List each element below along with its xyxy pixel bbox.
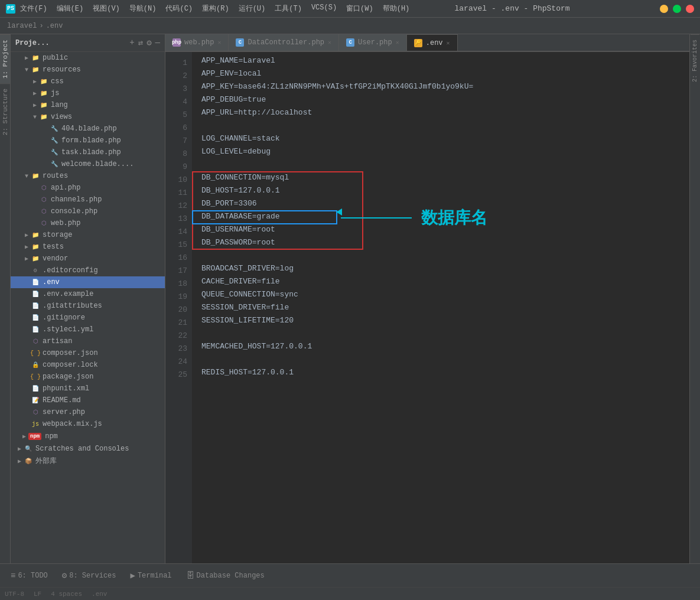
code-line-6 [201,119,680,132]
breadcrumb-file[interactable]: .env [46,22,63,30]
services-button[interactable]: ⚙ 8: Services [56,568,122,583]
tree-item-scratches[interactable]: ▶ 🔍 Scratches and Consoles [11,443,165,455]
tree-item-lang[interactable]: ▶ 📁 lang [11,99,165,111]
tree-item-composerjson[interactable]: { } composer.json [11,347,165,359]
menu-run[interactable]: 运行(U) [239,4,266,14]
arrow-head [336,208,342,216]
tree-item-packagejson[interactable]: { } package.json [11,371,165,383]
close-icon[interactable]: — [155,38,160,48]
code-line-24 [201,353,680,366]
tree-item-serverphp[interactable]: ⬡ server.php [11,406,165,418]
status-indent[interactable]: 4 spaces [51,591,82,598]
tree-item-consolephp[interactable]: ⬡ console.php [11,206,165,217]
status-filetype[interactable]: .env [92,591,107,598]
line-numbers: 12345 678910 1112131415 1617181920 21222… [165,52,192,563]
code-line-23: MEMCACHED_HOST=127.0.0.1 [201,340,680,353]
tree-item-npm[interactable]: ▶ npm npm [11,430,165,443]
tree-item-gitattributes[interactable]: 📄 .gitattributes [11,300,165,312]
tree-item-gitignore[interactable]: 📄 .gitignore [11,312,165,324]
db-changes-label: Database Changes [197,572,265,580]
tree-item-env[interactable]: 📄 .env [11,276,165,288]
tree-item-resources[interactable]: ▼ 📁 resources [11,64,165,76]
tree-item-styleci[interactable]: 📄 .styleci.yml [11,324,165,335]
menu-window[interactable]: 窗口(W) [346,4,373,14]
tab-label-web-php: web.php [184,38,214,47]
tree-item-js[interactable]: ▶ 📁 js [11,87,165,99]
code-line-18: CACHE_DRIVER=file [201,275,680,288]
vtab-structure[interactable]: 2: Structure [0,83,10,140]
tree-item-routes[interactable]: ▼ 📁 routes [11,170,165,182]
settings-icon[interactable]: ⚙ [146,38,151,48]
breadcrumb-project[interactable]: laravel [7,22,37,30]
tab-web-php[interactable]: php web.php ✕ [165,34,229,51]
maximize-button[interactable] [673,5,681,13]
tree-item-envexample[interactable]: 📄 .env.example [11,288,165,300]
tab-user-php[interactable]: C User.php ✕ [339,34,407,51]
tree-item-artisan[interactable]: ⬡ artisan [11,335,165,347]
status-line-sep[interactable]: LF [34,591,41,598]
code-lines[interactable]: APP_NAME=Laravel APP_ENV=local APP_KEY=b… [192,52,689,563]
code-line-7: LOG_CHANNEL=stack [201,132,680,145]
tree-item-readme[interactable]: 📝 README.md [11,394,165,406]
menu-view[interactable]: 视图(V) [93,4,120,14]
vtab-favorites[interactable]: 2: Favorites [691,34,699,87]
code-line-9 [201,158,680,171]
tab-close-datacontroller[interactable]: ✕ [328,39,331,46]
code-line-20: SESSION_DRIVER=file [201,301,680,314]
sidebar-icons[interactable]: + ⇄ ⚙ — [129,38,160,48]
todo-button[interactable]: ≡ 6: TODO [5,569,54,583]
tree-item-public[interactable]: ▶ 📁 public [11,52,165,64]
sync-icon[interactable]: ⇄ [138,38,143,48]
tree-item-views[interactable]: ▼ 📁 views [11,111,165,123]
tree-item-editorconfig[interactable]: ⚙ .editorconfig [11,265,165,276]
tree-item-storage[interactable]: ▶ 📁 storage [11,229,165,241]
window-controls[interactable] [660,5,694,13]
breadcrumb: laravel › .env [0,18,700,34]
code-line-11: DB_HOST=127.0.0.1 [201,184,680,197]
add-icon[interactable]: + [129,38,134,48]
code-editor[interactable]: 12345 678910 1112131415 1617181920 21222… [165,52,689,563]
file-tree-panel: Proje... + ⇄ ⚙ — ▶ 📁 public ▼ 📁 r [11,34,165,563]
status-encoding[interactable]: UTF-8 [5,591,24,598]
tree-item-external-libs[interactable]: ▶ 📦 外部库 [11,455,165,467]
tab-env[interactable]: 🔑 .env ✕ [407,34,458,51]
tab-data-controller[interactable]: C DataController.php ✕ [229,34,339,51]
menu-help[interactable]: 帮助(H) [383,4,410,14]
status-bar: UTF-8 LF 4 spaces .env [0,587,700,600]
code-line-16 [201,249,680,262]
db-changes-button[interactable]: 🗄 Database Changes [180,569,271,583]
tree-item-formblade[interactable]: 🔧 form.blade.php [11,135,165,146]
tree-item-webpackmix[interactable]: js webpack.mix.js [11,418,165,430]
tab-close-web-php[interactable]: ✕ [217,39,221,46]
tree-item-composerlock[interactable]: 🔒 composer.lock [11,359,165,371]
menu-edit[interactable]: 编辑(E) [57,4,84,14]
close-button[interactable] [686,5,694,13]
tree-item-tests[interactable]: ▶ 📁 tests [11,241,165,253]
breadcrumb-separator: › [39,22,43,30]
menu-code[interactable]: 代码(C) [165,4,193,14]
tree-item-taskblade[interactable]: 🔧 task.blade.php [11,146,165,158]
terminal-button[interactable]: ▶ Terminal [124,568,177,583]
tree-item-apiphp[interactable]: ⬡ api.php [11,182,165,194]
terminal-label: Terminal [138,572,172,580]
menu-vcs[interactable]: VCS(S) [311,4,337,14]
tab-label-user-php: User.php [358,38,392,47]
tab-label-datacontroller: DataController.php [248,38,324,47]
minimize-button[interactable] [660,5,668,13]
vtab-project[interactable]: 1: Project [0,34,10,83]
tree-item-css[interactable]: ▶ 📁 css [11,76,165,87]
tree-item-channelsphp[interactable]: ⬡ channels.php [11,194,165,206]
menu-bar[interactable]: 文件(F) 编辑(E) 视图(V) 导航(N) 代码(C) 重构(R) 运行(U… [20,4,409,14]
tab-close-env[interactable]: ✕ [447,40,450,47]
menu-refactor[interactable]: 重构(R) [202,4,229,14]
menu-navigate[interactable]: 导航(N) [129,4,157,14]
tree-item-vendor[interactable]: ▶ 📁 vendor [11,253,165,265]
code-line-5: APP_URL=http://localhost [201,106,680,119]
tree-item-webphp[interactable]: ⬡ web.php [11,217,165,229]
tab-close-user-php[interactable]: ✕ [396,39,399,46]
tree-item-phpunitxml[interactable]: 📄 phpunit.xml [11,383,165,394]
tree-item-404blade[interactable]: 🔧 404.blade.php [11,123,165,135]
menu-tools[interactable]: 工具(T) [275,4,302,14]
tree-item-welcomeblade[interactable]: 🔧 welcome.blade.... [11,158,165,170]
menu-file[interactable]: 文件(F) [20,4,47,14]
